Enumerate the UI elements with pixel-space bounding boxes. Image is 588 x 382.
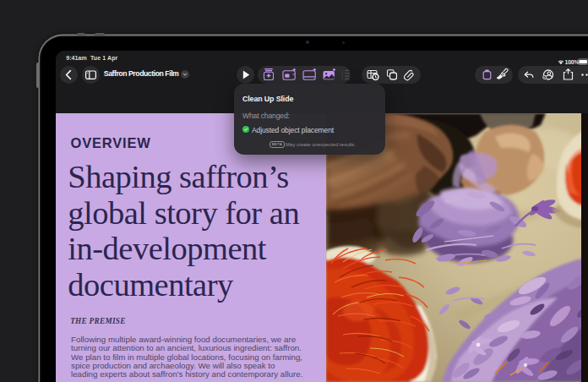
svg-text:100%: 100% — [564, 59, 579, 65]
